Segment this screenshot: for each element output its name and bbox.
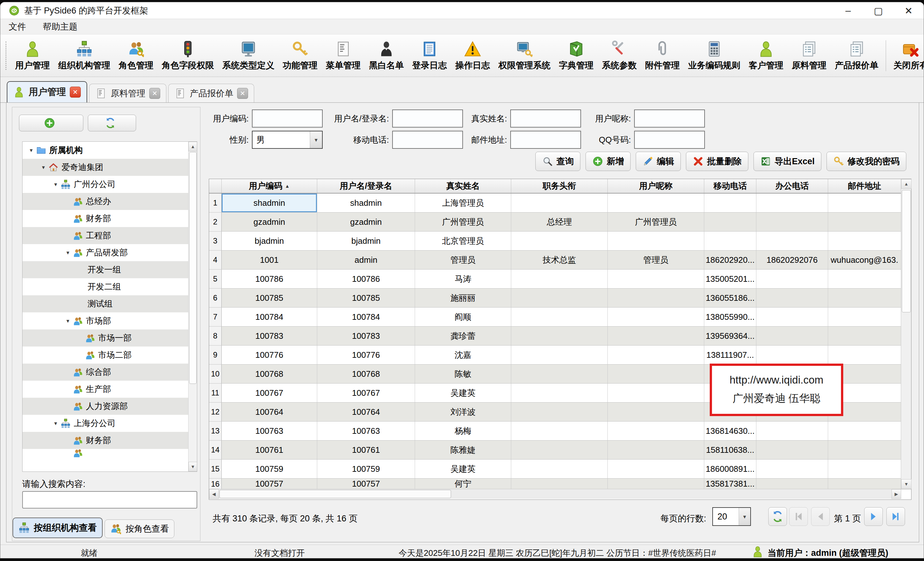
scroll-down-icon[interactable]: ▼ [189, 462, 197, 471]
table-cell[interactable] [511, 421, 608, 440]
table-cell[interactable] [608, 441, 704, 459]
table-cell[interactable]: shadmin [317, 194, 415, 212]
close-button[interactable]: ✕ [893, 2, 924, 19]
table-cell[interactable] [756, 346, 828, 364]
toolbar-grip[interactable] [6, 42, 6, 70]
table-cell[interactable] [511, 326, 608, 345]
table-cell[interactable] [511, 194, 608, 212]
table-cell[interactable] [608, 421, 704, 440]
toolbar-button-12[interactable]: 系统参数 [598, 38, 641, 73]
table-cell[interactable] [756, 460, 828, 478]
table-cell[interactable] [608, 364, 704, 383]
tree-node-16[interactable]: ▼上海分公司 [22, 415, 189, 432]
toolbar-button-14[interactable]: 业务编码规则 [684, 38, 744, 73]
toolbar-button-6[interactable]: 菜单管理 [322, 38, 365, 73]
rows-per-page-select[interactable]: 20 ▼ [712, 507, 751, 526]
caret-down-icon[interactable]: ▼ [26, 147, 36, 153]
table-cell[interactable]: 何宁 [415, 478, 511, 489]
toolbar-button-4[interactable]: 系统类型定义 [218, 38, 279, 73]
table-row-16[interactable]: 16100757100757何宁135817381... [209, 478, 911, 489]
table-cell[interactable]: 广州管理员 [415, 212, 511, 231]
table-cell[interactable]: 刘洋波 [415, 403, 511, 421]
action-button-2[interactable]: 编辑 [636, 152, 681, 171]
tree-node-3[interactable]: 总经办 [22, 193, 189, 210]
table-row-5[interactable]: 5100786100786马涛135005201... [209, 269, 911, 289]
action-button-5[interactable]: 修改我的密码 [826, 152, 906, 171]
table-cell[interactable]: 135817381... [704, 478, 756, 489]
table-cell[interactable] [828, 460, 901, 478]
table-cell[interactable]: 100761 [317, 441, 415, 459]
table-cell[interactable]: 100767 [222, 384, 317, 402]
toolbar-button-9[interactable]: 操作日志 [451, 38, 494, 73]
table-cell[interactable]: 136055186... [704, 289, 756, 307]
table-cell[interactable] [756, 269, 828, 288]
table-cell[interactable] [511, 308, 608, 326]
refresh-tree-button[interactable] [88, 115, 136, 131]
table-cell[interactable]: 186202920... [704, 251, 756, 269]
search-field-input[interactable] [634, 110, 705, 128]
table-cell[interactable]: 100763 [317, 421, 415, 440]
table-cell[interactable]: 马涛 [415, 269, 511, 288]
toolbar-button-10[interactable]: 权限管理系统 [494, 38, 555, 73]
toolbar-button-0[interactable]: 用户管理 [11, 38, 54, 73]
table-row-15[interactable]: 15100759100759吴建英186000891... [209, 460, 911, 478]
toolbar-button-5[interactable]: 功能管理 [279, 38, 322, 73]
table-cell[interactable]: 龚珍蕾 [415, 326, 511, 345]
table-cell[interactable] [828, 441, 901, 459]
table-cell[interactable]: 阎顺 [415, 308, 511, 326]
hscrollbar-thumb[interactable] [219, 490, 451, 498]
table-cell[interactable]: bjadmin [222, 232, 317, 250]
table-cell[interactable]: 沈嘉 [415, 346, 511, 364]
table-cell[interactable] [608, 384, 704, 402]
table-cell[interactable] [828, 212, 901, 231]
table-row-6[interactable]: 6100785100785施丽丽136055186... [209, 289, 911, 308]
column-header-5[interactable]: 用户呢称 [608, 179, 704, 193]
tree-node-15[interactable]: 人力资源部 [22, 398, 189, 415]
table-cell[interactable]: 100759 [317, 460, 415, 478]
table-row-9[interactable]: 9100776100776沈嘉138111907... [209, 346, 911, 364]
table-cell[interactable] [704, 212, 756, 231]
caret-down-icon[interactable]: ▼ [39, 165, 48, 170]
tab-2[interactable]: 产品报价单✕ [168, 84, 254, 102]
tree-scrollbar[interactable]: ▲ ▼ [188, 142, 197, 471]
table-cell[interactable]: 1001 [222, 251, 317, 269]
toolbar-button-16[interactable]: 原料管理 [788, 38, 831, 73]
table-cell[interactable]: 100759 [222, 460, 317, 478]
tree-node-1[interactable]: ▼爱奇迪集团 [22, 159, 189, 176]
tree-node-6[interactable]: ▼产品研发部 [22, 244, 189, 261]
table-cell[interactable]: gzadmin [222, 212, 317, 231]
toolbar-button-13[interactable]: 附件管理 [641, 38, 684, 73]
table-cell[interactable]: 上海管理员 [415, 194, 511, 212]
table-cell[interactable] [608, 478, 704, 489]
tab-close-icon[interactable]: ✕ [237, 88, 248, 99]
table-cell[interactable] [608, 460, 704, 478]
table-row-4[interactable]: 41001admin管理员技术总监管理员186202920...18620292… [209, 251, 911, 269]
first-page-button[interactable] [789, 507, 808, 526]
toolbar-button-1[interactable]: 组织机构管理 [54, 38, 114, 73]
column-header-1[interactable]: 用户编码▲ [222, 179, 317, 193]
table-cell[interactable] [511, 269, 608, 288]
table-cell[interactable]: 北京管理员 [415, 232, 511, 250]
table-row-3[interactable]: 3bjadminbjadmin北京管理员 [209, 232, 911, 251]
table-cell[interactable] [704, 232, 756, 250]
reload-page-button[interactable] [768, 507, 787, 526]
scroll-right-icon[interactable]: ▶ [891, 489, 901, 499]
table-cell[interactable]: 陈雅婕 [415, 441, 511, 459]
caret-down-icon[interactable]: ▼ [51, 421, 60, 426]
view-tab-1[interactable]: 按角色查看 [105, 519, 174, 538]
table-cell[interactable]: 100785 [317, 289, 415, 307]
view-tab-0[interactable]: 按组织机构查看 [12, 517, 103, 538]
table-cell[interactable]: 136814630... [704, 421, 756, 440]
tree-node-12[interactable]: 市场二部 [22, 346, 189, 364]
table-cell[interactable] [756, 478, 828, 489]
table-cell[interactable]: 100784 [317, 308, 415, 326]
column-header-3[interactable]: 真实姓名 [415, 179, 511, 193]
table-cell[interactable]: 186000891... [704, 460, 756, 478]
table-cell[interactable]: 100763 [222, 421, 317, 440]
table-cell[interactable]: 100757 [222, 478, 317, 489]
table-cell[interactable] [608, 403, 704, 421]
table-cell[interactable] [828, 269, 901, 288]
table-cell[interactable]: 广州管理员 [608, 212, 704, 231]
column-header-0[interactable] [209, 179, 222, 193]
table-cell[interactable]: 100784 [222, 308, 317, 326]
